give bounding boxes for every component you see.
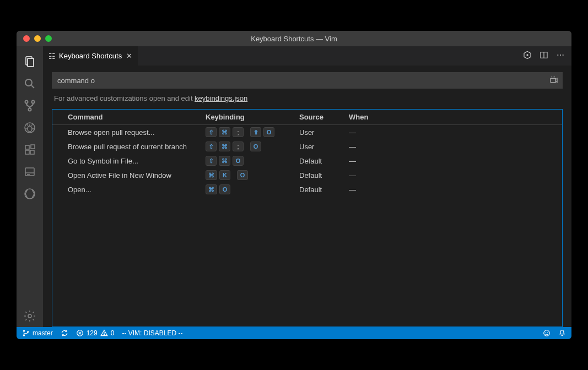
keybinding-cell: ⌘O	[201, 182, 295, 197]
table-row[interactable]: Go to Symbol in File...⇧⌘ODefault—	[52, 154, 562, 168]
key-cap: ⌘	[206, 184, 217, 194]
table-row[interactable]: Open Active File in New Window⌘KODefault…	[52, 168, 562, 182]
svg-point-5	[32, 101, 35, 104]
key-cap: ⇧	[206, 127, 217, 137]
status-bar: master 129 0 -- VIM: DISABLED --	[17, 327, 571, 339]
activity-bar	[17, 46, 43, 327]
sync-status[interactable]	[61, 329, 68, 337]
command-cell: Browse open pull request...	[52, 125, 201, 140]
window-close-button[interactable]	[23, 35, 30, 42]
keybinding-cell: ⇧⌘;O	[201, 139, 295, 154]
keybinding-cell: ⇧⌘O	[201, 154, 295, 168]
when-cell: —	[344, 182, 562, 197]
source-cell: User	[295, 139, 344, 154]
svg-rect-29	[551, 78, 555, 82]
source-cell: Default	[295, 154, 344, 168]
tabs-row: ☷ Keyboard Shortcuts ✕	[43, 46, 571, 66]
when-cell: —	[344, 139, 562, 154]
debug-icon[interactable]	[17, 117, 43, 139]
keybindings-search	[52, 72, 563, 89]
column-when[interactable]: When	[344, 110, 562, 125]
column-source[interactable]: Source	[295, 110, 344, 125]
keybinding-cell: ⇧⌘;⇧O	[201, 125, 295, 140]
feedback-icon[interactable]	[543, 329, 551, 337]
extensions-icon[interactable]	[17, 139, 43, 161]
svg-point-33	[23, 330, 24, 331]
customization-hint: For advanced customizations open and edi…	[52, 89, 563, 109]
key-cap: ⌘	[206, 170, 217, 180]
svg-point-27	[560, 55, 561, 56]
svg-point-8	[28, 126, 32, 132]
app-window: Keyboard Shortcuts — Vim	[17, 31, 571, 339]
svg-point-35	[27, 331, 28, 333]
svg-point-34	[23, 335, 24, 336]
source-cell: Default	[295, 182, 344, 197]
command-cell: Open Active File in New Window	[52, 168, 201, 182]
open-keybindings-json-icon[interactable]	[523, 51, 532, 61]
svg-rect-15	[25, 150, 29, 154]
source-cell: User	[295, 125, 344, 140]
search-icon[interactable]	[17, 73, 43, 95]
keybindings-json-link[interactable]: keybindings.json	[195, 94, 247, 102]
svg-line-13	[31, 124, 33, 126]
table-header-row: Command Keybinding Source When	[52, 110, 562, 125]
git-branch-status[interactable]: master	[22, 329, 53, 337]
editor-content: For advanced customizations open and edi…	[43, 66, 571, 327]
key-cap: O	[233, 156, 244, 166]
column-command[interactable]: Command	[52, 110, 201, 125]
tab-actions	[523, 46, 571, 66]
tab-keyboard-shortcuts[interactable]: ☷ Keyboard Shortcuts ✕	[43, 46, 138, 66]
panel-icon[interactable]	[17, 161, 43, 183]
search-input[interactable]	[57, 77, 549, 85]
tab-label: Keyboard Shortcuts	[59, 52, 122, 60]
keybinding-cell: ⌘KO	[201, 168, 295, 182]
more-actions-icon[interactable]	[556, 51, 565, 61]
svg-point-41	[544, 330, 550, 336]
key-cap: ;	[233, 142, 244, 151]
split-editor-icon[interactable]	[540, 51, 548, 61]
table-row[interactable]: Browse open pull request...⇧⌘;⇧OUser—	[52, 125, 562, 140]
window-title: Keyboard Shortcuts — Vim	[251, 35, 337, 43]
key-cap: ⇧	[250, 127, 261, 137]
key-cap: O	[237, 170, 248, 180]
notifications-icon[interactable]	[558, 329, 566, 337]
problems-status[interactable]: 129 0	[76, 329, 115, 337]
svg-point-4	[25, 101, 28, 104]
svg-point-40	[104, 334, 104, 335]
command-cell: Go to Symbol in File...	[52, 154, 201, 168]
column-keybinding[interactable]: Keybinding	[201, 110, 295, 125]
explorer-icon[interactable]	[17, 51, 43, 73]
close-icon[interactable]: ✕	[126, 52, 132, 60]
svg-point-43	[547, 332, 548, 333]
source-control-icon[interactable]	[17, 95, 43, 117]
svg-line-3	[31, 85, 34, 88]
window-minimize-button[interactable]	[34, 35, 41, 42]
record-keys-icon[interactable]	[549, 75, 558, 86]
key-cap: ⌘	[219, 127, 230, 137]
svg-rect-1	[28, 58, 34, 67]
settings-gear-icon[interactable]	[17, 305, 43, 327]
when-cell: —	[344, 154, 562, 168]
svg-point-21	[25, 189, 35, 199]
svg-rect-17	[31, 145, 35, 149]
table-row[interactable]: Browse pull request of current branch⇧⌘;…	[52, 139, 562, 154]
main-area: ☷ Keyboard Shortcuts ✕	[43, 46, 571, 327]
svg-rect-16	[30, 150, 34, 154]
svg-point-42	[546, 332, 546, 333]
body-area: ☷ Keyboard Shortcuts ✕	[17, 46, 571, 327]
svg-point-2	[25, 79, 32, 86]
vim-status[interactable]: -- VIM: DISABLED --	[122, 329, 182, 337]
table-row[interactable]: Open...⌘ODefault—	[52, 182, 562, 197]
key-cap: ⇧	[206, 142, 217, 151]
error-count: 129	[87, 329, 98, 337]
when-cell: —	[344, 168, 562, 182]
command-cell: Open...	[52, 182, 201, 197]
traffic-lights	[17, 35, 52, 42]
remote-icon[interactable]	[17, 183, 43, 205]
list-icon: ☷	[48, 52, 56, 61]
window-maximize-button[interactable]	[45, 35, 52, 42]
keybindings-table: Command Keybinding Source When Browse op…	[52, 110, 562, 197]
key-cap: ;	[233, 127, 244, 137]
titlebar: Keyboard Shortcuts — Vim	[17, 31, 571, 46]
branch-name: master	[33, 329, 53, 337]
